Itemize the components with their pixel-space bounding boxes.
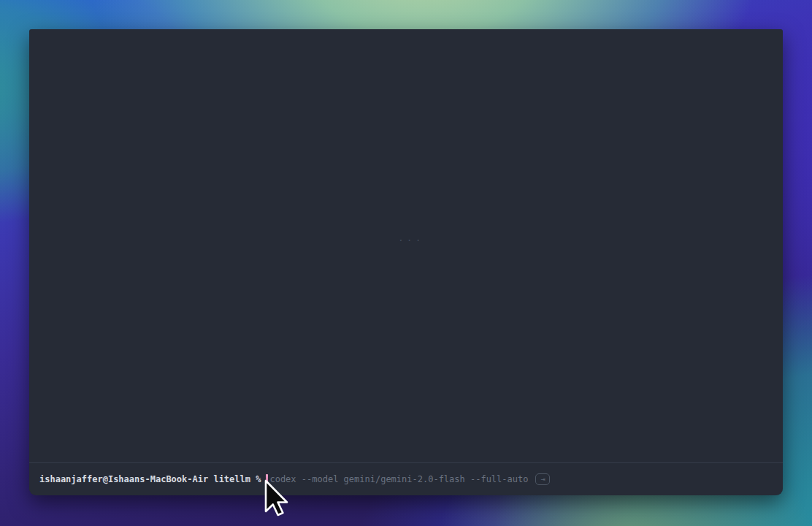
text-cursor bbox=[266, 474, 268, 485]
terminal-window: ··· ishaanjaffer@Ishaans-MacBook-Air lit… bbox=[29, 29, 783, 495]
tab-key-hint-icon[interactable]: ⇥ bbox=[535, 473, 550, 485]
shell-prompt: ishaanjaffer@Ishaans-MacBook-Air litellm… bbox=[39, 474, 261, 484]
loading-ellipsis: ··· bbox=[398, 235, 424, 245]
command-input-bar[interactable]: ishaanjaffer@Ishaans-MacBook-Air litellm… bbox=[29, 462, 783, 495]
terminal-output-area: ··· bbox=[29, 29, 783, 462]
desktop: ··· ishaanjaffer@Ishaans-MacBook-Air lit… bbox=[0, 0, 812, 526]
command-autosuggestion: codex --model gemini/gemini-2.0-flash --… bbox=[269, 474, 528, 484]
